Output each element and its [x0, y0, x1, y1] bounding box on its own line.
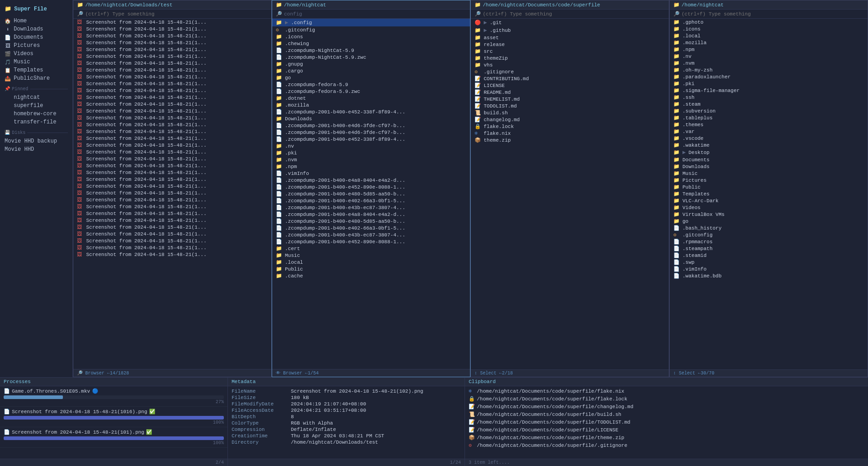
list-item[interactable]: 🖼Screenshot from 2024-04-18 15-48-21(1..…	[73, 183, 271, 189]
list-item[interactable]: 🖼Screenshot from 2024-04-18 15-48-21(1..…	[73, 46, 271, 53]
list-item[interactable]: 📄.zcompdump-2001-b400-e452-338f-8f89-4..…	[272, 136, 470, 143]
list-item[interactable]: 🖼Screenshot from 2024-04-18 15-48-21(1..…	[73, 169, 271, 176]
list-item[interactable]: 🔒flake.lock	[471, 123, 669, 130]
sidebar-item-movie-hhd-backup[interactable]: Movie HHD backup	[0, 137, 72, 145]
list-item[interactable]: 🖼Screenshot from 2024-04-18 15-48-21(1..…	[73, 128, 271, 135]
list-item[interactable]: 📄.steamid	[670, 252, 868, 259]
list-item[interactable]: 📁.gnupg	[272, 61, 470, 67]
list-item[interactable]: 📁.local	[670, 32, 868, 39]
sidebar-item-homebrew-core[interactable]: homebrew-core	[0, 110, 72, 118]
list-item[interactable]: ⚙.gitignore	[471, 68, 669, 75]
list-item[interactable]: 📄.zcompdump-2001-b400-e452-890e-8088-1..…	[272, 238, 470, 245]
list-item[interactable]: 📁.steam	[670, 101, 868, 108]
list-item[interactable]: 📁VirtualBox VMs	[670, 211, 868, 218]
list-item[interactable]: 📝/home/nightcat/Documents/code/superfile…	[465, 426, 868, 434]
list-item[interactable]: 📁.nvm	[272, 156, 470, 163]
list-item[interactable]: 🖼Screenshot from 2024-04-18 15-48-21(1..…	[73, 244, 271, 251]
list-item[interactable]: 📁vhs	[471, 61, 669, 68]
list-item[interactable]: 🖼Screenshot from 2024-04-18 15-48-21(1..…	[73, 162, 271, 169]
list-item[interactable]: ⚙.gitconfig	[670, 231, 868, 238]
list-item[interactable]: 📄.zcompdump-2001-b400-e43b-ec87-3807-4..…	[272, 231, 470, 238]
list-item[interactable]: 🖼Screenshot from 2024-04-18 15-48-21(1..…	[73, 114, 271, 121]
list-item[interactable]: 📄.zcompdump-NightCat-5.9	[272, 47, 470, 54]
list-item[interactable]: 🖼Screenshot from 2024-04-18 15-48-21(1..…	[73, 60, 271, 67]
list-item[interactable]: ⚙.gitconfig	[272, 26, 470, 33]
list-item[interactable]: 📁▶Desktop	[670, 149, 868, 156]
list-item[interactable]: 📁.icons	[670, 26, 868, 32]
list-item[interactable]: 🖼Screenshot from 2024-04-18 15-48-21(1..…	[73, 19, 271, 26]
list-item[interactable]: 🖼Screenshot from 2024-04-18 15-48-21(1..…	[73, 108, 271, 114]
list-item[interactable]: 🖼Screenshot from 2024-04-18 15-48-21(1..…	[73, 101, 271, 108]
list-item[interactable]: 📁Templates	[670, 190, 868, 197]
panel-3-search-input[interactable]	[483, 11, 665, 17]
list-item[interactable]: 🖼Screenshot from 2024-04-18 15-48-21(1..…	[73, 203, 271, 210]
list-item[interactable]: 📝TODOLIST.md	[471, 102, 669, 109]
list-item[interactable]: 📁.cargo	[272, 67, 470, 74]
list-item[interactable]: 📄.zcompdump-2001-b400-e43b-ec87-3807-4..…	[272, 204, 470, 211]
list-item[interactable]: 📁.chewing	[272, 40, 470, 47]
list-item[interactable]: 📁.npm	[272, 163, 470, 170]
list-item[interactable]: 📦/home/nightcat/Documents/code/superfile…	[465, 434, 868, 441]
sidebar-item-home[interactable]: 🏠 Home	[0, 17, 72, 25]
panel-2-search-input[interactable]	[284, 11, 466, 17]
list-item[interactable]: 🔒/home/nightcat/Documents/code/superfile…	[465, 395, 868, 403]
list-item[interactable]: 🖼Screenshot from 2024-04-18 15-48-21(1..…	[73, 121, 271, 128]
list-item[interactable]: 📁.local	[272, 259, 470, 266]
sidebar-item-downloads[interactable]: ⬇ Downloads	[0, 25, 72, 33]
list-item[interactable]: 🖼Screenshot from 2024-04-18 15-48-21(1..…	[73, 251, 271, 258]
list-item[interactable]: 📁.vscode	[670, 135, 868, 142]
list-item[interactable]: 📄.zcompdump-fedora-5.9	[272, 81, 470, 88]
list-item[interactable]: 📁.mozilla	[670, 39, 868, 46]
list-item[interactable]: 🖼Screenshot from 2024-04-18 15-48-21(1..…	[73, 32, 271, 39]
list-item[interactable]: 📄.zcompdump-NightCat-5.9.zwc	[272, 54, 470, 61]
list-item[interactable]: 🖼Screenshot from 2024-04-18 15-48-21(1..…	[73, 155, 271, 162]
list-item[interactable]: 🖼Screenshot from 2024-04-18 15-48-21(1..…	[73, 73, 271, 80]
list-item[interactable]: 📦theme.zip	[471, 137, 669, 143]
list-item[interactable]: 🖼Screenshot from 2024-04-18 15-48-21(1..…	[73, 135, 271, 142]
list-item[interactable]: 📁.sigma-file-manager	[670, 87, 868, 94]
list-item[interactable]: 📁.subversion	[670, 108, 868, 114]
list-item[interactable]: 📁Public	[670, 184, 868, 190]
list-item[interactable]: 📄.vimInfo	[670, 266, 868, 272]
list-item[interactable]: 📄.steampath	[670, 245, 868, 252]
list-item[interactable]: 📁.oh-my-zsh	[670, 67, 868, 73]
list-item[interactable]: 📁go	[272, 74, 470, 81]
list-item[interactable]: 📁.cert	[272, 245, 470, 252]
list-item[interactable]: 📁src	[471, 48, 669, 55]
list-item[interactable]: 🖼Screenshot from 2024-04-18 15-48-21(1..…	[73, 210, 271, 217]
list-item[interactable]: 🖼Screenshot from 2024-04-18 15-48-21(1..…	[73, 80, 271, 87]
list-item[interactable]: 📝/home/nightcat/Documents/code/superfile…	[465, 418, 868, 426]
list-item[interactable]: 📁Music	[670, 170, 868, 177]
list-item[interactable]: 📜/home/nightcat/Documents/code/superfile…	[465, 410, 868, 418]
list-item[interactable]: 📁.var	[670, 128, 868, 135]
list-item[interactable]: 📁VLC-Arc-Dark	[670, 197, 868, 204]
list-item[interactable]: 📁.nv	[272, 143, 470, 149]
list-item[interactable]: 📁Public	[272, 266, 470, 272]
sidebar-item-transfer-file[interactable]: transfer-file	[0, 118, 72, 126]
sidebar-item-templates[interactable]: 📋 Templates	[0, 66, 72, 74]
sidebar-item-pictures[interactable]: 🖼 Pictures	[0, 41, 72, 50]
sidebar-item-superfile[interactable]: superfile	[0, 102, 72, 110]
list-item[interactable]: ⚙/home/nightcat/Documents/code/superfile…	[465, 441, 868, 449]
sidebar-item-documents[interactable]: 📄 Documents	[0, 33, 72, 41]
list-item[interactable]: 📁Documents	[670, 156, 868, 163]
list-item[interactable]: 📄.zcompdump-2001-b400-e480-5d85-aa50-b..…	[272, 218, 470, 225]
list-item[interactable]: 📁.cache	[272, 272, 470, 279]
list-item[interactable]: 🖼Screenshot from 2024-04-18 15-48-21(1..…	[73, 67, 271, 73]
list-item[interactable]: 📁.dotnet	[272, 95, 470, 102]
list-item[interactable]: 🖼Screenshot from 2024-04-18 15-48-21(1..…	[73, 149, 271, 155]
list-item[interactable]: 📄.zcompdump-2001-b400-e480-5d85-aa50-b..…	[272, 190, 470, 197]
list-item[interactable]: 📁release	[471, 41, 669, 48]
sidebar-item-movie-hhd[interactable]: Movie HHD	[0, 145, 72, 154]
list-item[interactable]: 📝/home/nightcat/Documents/code/superfile…	[465, 403, 868, 410]
list-item[interactable]: 📁▶.config	[272, 19, 470, 26]
list-item[interactable]: 📁Downloads	[272, 115, 470, 122]
sidebar-item-music[interactable]: 🎵 Music	[0, 58, 72, 66]
list-item[interactable]: 📄.wakatime.bdb	[670, 272, 868, 279]
list-item[interactable]: 📁Downloads	[670, 163, 868, 170]
list-item[interactable]: 📁asset	[471, 34, 669, 41]
list-item[interactable]: 📄.zcompdump-2001-b400-e4a8-8404-e4a2-d..…	[272, 211, 470, 218]
list-item[interactable]: 🖼Screenshot from 2024-04-18 15-48-21(1..…	[73, 237, 271, 244]
list-item[interactable]: 📁Music	[272, 252, 470, 259]
list-item[interactable]: 📁.ssh	[670, 94, 868, 101]
